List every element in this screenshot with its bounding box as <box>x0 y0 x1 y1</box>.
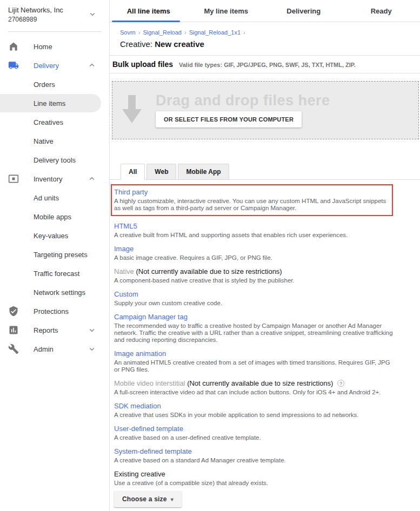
download-arrow-icon <box>122 95 142 125</box>
sidebar-item-label: Line items <box>34 99 65 107</box>
sidebar-item-label: Delivery tools <box>34 156 76 164</box>
help-icon[interactable]: ? <box>337 380 344 387</box>
sidebar-item-traffic-forecast[interactable]: Traffic forecast <box>0 264 101 283</box>
sidebar-item-label: Traffic forecast <box>34 270 79 278</box>
creative-type-user-defined-template: User-defined templateA creative based on… <box>114 423 393 441</box>
sidebar-item-ad-units[interactable]: Ad units <box>0 189 101 207</box>
dropzone-text: Drag and drop files here <box>156 92 330 109</box>
sidebar-item-mobile-apps[interactable]: Mobile apps <box>0 207 101 226</box>
creative-type-description: A creative that uses SDKs in your mobile… <box>114 412 393 419</box>
tab-all-line-items[interactable]: All line items <box>110 0 188 22</box>
creative-type-system-defined-template: System-defined templateA creative based … <box>114 446 393 464</box>
sidebar-item-label: Delivery <box>34 62 59 70</box>
creative-type-description: A component-based native creative that i… <box>114 277 393 284</box>
creative-type-title: Mobile video interstitial <box>114 379 185 387</box>
page-title: Creative: New creative <box>110 36 420 55</box>
creative-type-description: An animated HTML5 creative created from … <box>114 359 393 373</box>
breadcrumb: Sovrn›Signal_Reload›Signal_Reload_1x1› <box>110 22 420 36</box>
sidebar-divider <box>8 31 101 32</box>
sidebar-item-home[interactable]: Home <box>0 37 101 56</box>
creative-type-custom: CustomSupply your own custom creative co… <box>114 289 393 307</box>
sidebar-item-label: Admin <box>34 345 54 353</box>
creative-type-title[interactable]: User-defined template <box>114 425 183 433</box>
creative-type-title[interactable]: Image animation <box>114 349 166 358</box>
tab-ready[interactable]: Ready <box>343 0 420 22</box>
creative-type-description: A creative built from HTML and supportin… <box>114 232 393 239</box>
chevron-down-icon[interactable] <box>87 325 97 337</box>
chevron-up-icon[interactable] <box>87 174 97 185</box>
file-dropzone[interactable]: Drag and drop files here OR SELECT FILES… <box>112 81 419 139</box>
delivery-icon <box>8 60 19 71</box>
tab-delivering[interactable]: Delivering <box>265 0 343 22</box>
unavailable-note: (Not currently available due to size res… <box>185 379 334 387</box>
bulk-upload-header: Bulk upload files Valid file types: GIF,… <box>110 56 420 73</box>
sidebar-item-label: Network settings <box>34 288 85 297</box>
creative-type-title[interactable]: Image <box>114 245 134 253</box>
creative-type-sdk-mediation: SDK mediationA creative that uses SDKs i… <box>114 401 393 419</box>
sidebar-item-line-items[interactable]: Line items <box>0 94 101 112</box>
sidebar-item-label: Creatives <box>34 118 63 126</box>
sidebar-item-network-settings[interactable]: Network settings <box>0 283 101 301</box>
creative-type-mobile-video-interstitial: Mobile video interstitial (Not currently… <box>114 378 393 396</box>
creative-type-title[interactable]: Campaign Manager tag <box>114 313 188 321</box>
sidebar-item-protections[interactable]: Protections <box>0 302 101 320</box>
creative-tab-web[interactable]: Web <box>146 164 176 180</box>
creative-type-title: Native <box>114 267 134 275</box>
reports-icon <box>8 325 19 335</box>
creative-tab-all[interactable]: All <box>121 164 145 180</box>
sidebar-item-inventory[interactable]: Inventory <box>0 170 101 188</box>
creative-type-native: Native (Not currently available due to s… <box>114 266 393 284</box>
creative-type-tab-bar: AllWebMobile App <box>110 164 420 180</box>
breadcrumb-separator: › <box>241 29 248 36</box>
sidebar-item-native[interactable]: Native <box>0 132 101 150</box>
creative-type-description: A basic image creative. Requires a GIF, … <box>114 254 393 261</box>
chevron-down-icon[interactable] <box>87 344 97 355</box>
sidebar-item-targeting-presets[interactable]: Targeting presets <box>0 245 101 264</box>
creative-type-title[interactable]: Third party <box>114 188 148 196</box>
creative-type-image-animation: Image animationAn animated HTML5 creativ… <box>114 348 393 373</box>
chevron-up-icon[interactable] <box>87 60 97 72</box>
sidebar-item-creatives[interactable]: Creatives <box>0 113 101 131</box>
choose-size-button[interactable]: Choose a size▾ <box>114 491 182 507</box>
breadcrumb-link[interactable]: Signal_Reload <box>143 29 182 36</box>
sidebar-item-label: Key-values <box>34 232 68 240</box>
sidebar-item-orders[interactable]: Orders <box>0 75 101 93</box>
creative-type-description: The recommended way to traffic a creativ… <box>114 322 393 344</box>
creative-type-title[interactable]: SDK mediation <box>114 402 161 410</box>
chevron-down-icon[interactable] <box>88 9 97 21</box>
account-switcher[interactable]: Lijit Networks, Inc 27068989 <box>0 0 109 26</box>
creative-type-third-party: Third partyA highly customizable, intera… <box>111 184 393 216</box>
creative-type-title: Existing creative <box>114 470 165 478</box>
creative-type-description: A highly customizable, interactive creat… <box>114 198 389 212</box>
breadcrumb-link[interactable]: Signal_Reload_1x1 <box>189 29 241 36</box>
creative-type-html5: HTML5A creative built from HTML and supp… <box>114 221 393 239</box>
creative-type-title[interactable]: System-defined template <box>114 447 192 455</box>
tab-my-line-items[interactable]: My line items <box>188 0 265 22</box>
sidebar-item-delivery[interactable]: Delivery <box>0 56 101 75</box>
sidebar-item-admin[interactable]: Admin <box>0 340 101 358</box>
choose-size-label: Choose a size <box>122 495 167 503</box>
breadcrumb-separator: › <box>136 29 143 36</box>
creative-type-title[interactable]: Custom <box>114 290 138 298</box>
sidebar-nav: HomeDeliveryOrdersLine itemsCreativesNat… <box>0 37 109 358</box>
sidebar-item-label: Home <box>34 43 52 51</box>
sidebar-item-label: Targeting presets <box>34 251 88 259</box>
page-title-prefix: Creative: <box>120 39 155 49</box>
creative-type-title[interactable]: HTML5 <box>114 222 137 230</box>
sidebar-item-delivery-tools[interactable]: Delivery tools <box>0 151 101 169</box>
sidebar-item-reports[interactable]: Reports <box>0 321 101 339</box>
breadcrumb-separator: › <box>182 29 189 36</box>
sidebar-item-label: Orders <box>34 80 55 89</box>
sidebar-item-label: Protections <box>34 307 69 315</box>
sidebar-item-label: Inventory <box>34 175 62 183</box>
creative-type-image: ImageA basic image creative. Requires a … <box>114 244 393 261</box>
creative-tab-mobile-app[interactable]: Mobile App <box>178 164 229 180</box>
select-files-button[interactable]: OR SELECT FILES FROM YOUR COMPUTER <box>156 111 302 127</box>
line-items-tab-bar: All line itemsMy line itemsDeliveringRea… <box>110 0 420 22</box>
divider <box>110 73 420 73</box>
dropdown-arrow-icon: ▾ <box>171 496 174 502</box>
breadcrumb-link[interactable]: Sovrn <box>120 29 136 36</box>
creative-type-description: Use a creative (of a compatible size) th… <box>114 480 393 487</box>
creative-type-description: Supply your own custom creative code. <box>114 300 393 307</box>
sidebar-item-key-values[interactable]: Key-values <box>0 226 101 245</box>
